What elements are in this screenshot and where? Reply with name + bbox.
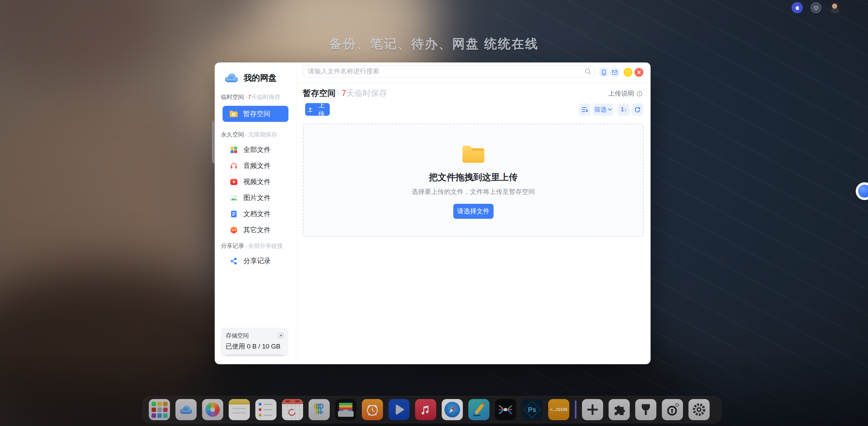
filter-button[interactable]: 筛选 xyxy=(593,103,613,116)
sidebar-item-all-files[interactable]: 全部文件 xyxy=(215,142,296,158)
storage-panel: 存储空间 已使用 0 B / 10 GB xyxy=(221,328,288,356)
dropzone-title: 把文件拖拽到这里上传 xyxy=(303,171,643,183)
dock-privacy-icon[interactable] xyxy=(662,399,683,420)
photoshop-label: Ps xyxy=(528,406,536,414)
assistant-icon xyxy=(858,185,868,198)
section-title: 临时空间 xyxy=(221,94,244,100)
sidebar-item-document-files[interactable]: 文档文件 xyxy=(215,206,296,222)
upload-instructions-link[interactable]: 上传说明 xyxy=(608,89,643,98)
dock-player-icon[interactable] xyxy=(388,399,410,420)
section-share-records: 分享记录·全部分享链接 xyxy=(221,242,296,250)
close-button[interactable] xyxy=(635,68,643,77)
home-button[interactable] xyxy=(792,2,803,13)
scan-button[interactable] xyxy=(624,68,632,77)
sort-list-button[interactable] xyxy=(579,103,590,116)
mindmap-icon xyxy=(497,401,514,418)
share-icon xyxy=(230,257,238,265)
play-icon xyxy=(230,178,238,186)
sidebar-item-label: 视频文件 xyxy=(243,177,271,186)
phone-icon xyxy=(601,69,607,75)
folder-clock-icon xyxy=(229,110,238,118)
app-logo: 我的网盘 xyxy=(224,70,296,86)
header-divider xyxy=(296,83,651,83)
refresh-button[interactable] xyxy=(631,103,643,116)
sidebar-item-share-records[interactable]: 分享记录 xyxy=(215,253,296,269)
dock-paintbrush-icon[interactable] xyxy=(635,399,656,420)
dock: Ps <..JSON xyxy=(143,396,722,423)
upload-dropzone[interactable]: 把文件拖拽到这里上传 选择要上传的文件，文件将上传至暂存空间 请选择文件 xyxy=(303,124,644,237)
choose-files-button[interactable]: 请选择文件 xyxy=(453,204,494,219)
dock-photoshop-icon[interactable]: Ps xyxy=(522,399,543,420)
sidebar-item-label: 全部文件 xyxy=(243,145,271,154)
dock-icloud-icon[interactable] xyxy=(175,399,197,420)
sidebar-item-label: 分享记录 xyxy=(243,256,271,266)
home-icon xyxy=(794,5,800,11)
sidebar-item-image-files[interactable]: 图片文件 xyxy=(215,190,296,206)
dock-notes-icon[interactable] xyxy=(229,399,250,420)
sidebar-item-label: 文档文件 xyxy=(243,209,271,218)
dock-reminders-icon[interactable] xyxy=(255,399,276,420)
gear-icon xyxy=(691,402,707,417)
cloud-icon xyxy=(179,404,194,415)
alarm-clock-icon xyxy=(365,402,380,417)
section-highlight: 7 xyxy=(248,94,251,100)
search-icon[interactable] xyxy=(584,68,591,75)
desktop: 备份、笔记、待办、网盘 统统在线 我的网盘 xyxy=(0,0,868,426)
photos-flower xyxy=(205,402,220,417)
user-avatar[interactable] xyxy=(829,2,841,13)
mail-icon xyxy=(612,69,618,75)
document-icon xyxy=(230,210,238,218)
refresh-icon xyxy=(634,106,641,113)
dock-passwords-icon[interactable] xyxy=(309,399,330,420)
netdisk-window: 我的网盘 临时空间·7天临时保存 暂存空间 永久空间·无限期保存 xyxy=(215,62,651,364)
content-area: 暂存空间·7天临时保存 上传说明 上传 xyxy=(296,62,651,364)
ellipsis-icon xyxy=(230,226,238,234)
message-button[interactable] xyxy=(610,68,619,77)
storage-usage: 已使用 0 B / 10 GB xyxy=(226,342,284,351)
dock-photos-icon[interactable] xyxy=(202,399,223,420)
heart-icon xyxy=(813,5,819,11)
mobile-app-button[interactable] xyxy=(599,68,608,77)
page-title-main: 暂存空间 xyxy=(303,88,336,98)
external-link-icon[interactable] xyxy=(278,333,284,339)
info-icon xyxy=(636,90,643,97)
dock-pencil-editor-icon[interactable] xyxy=(468,399,489,420)
page-title: 暂存空间·7天临时保存 xyxy=(303,88,387,99)
dock-plugin-icon[interactable] xyxy=(609,399,630,420)
dock-settings-icon[interactable] xyxy=(688,399,710,420)
app-title: 我的网盘 xyxy=(244,72,276,83)
sidebar-item-other-files[interactable]: 其它文件 xyxy=(215,222,296,238)
dock-safari-icon[interactable] xyxy=(442,399,463,420)
sidebar-item-label: 音频文件 xyxy=(243,161,271,170)
sidebar-item-audio-files[interactable]: 音频文件 xyxy=(215,158,296,174)
sidebar-item-staging-space[interactable]: 暂存空间 xyxy=(223,106,288,122)
dock-calendar-icon[interactable] xyxy=(282,399,303,420)
upload-icon xyxy=(307,106,313,113)
dock-json-editor-icon[interactable]: <..JSON xyxy=(548,399,569,420)
dropzone-subtitle: 选择要上传的文件，文件将上传至暂存空间 xyxy=(303,187,643,196)
upload-button[interactable]: 上传 xyxy=(305,103,330,116)
sidebar-item-video-files[interactable]: 视频文件 xyxy=(215,174,296,190)
sidebar-item-label: 暂存空间 xyxy=(243,109,270,118)
dock-wallet-icon[interactable] xyxy=(335,399,356,420)
keys-icon xyxy=(311,402,327,417)
sort-order-icon: 1↓ xyxy=(621,106,627,113)
dock-divider xyxy=(575,400,577,419)
dock-mindmap-icon[interactable] xyxy=(495,399,516,420)
dock-music-icon[interactable] xyxy=(415,399,436,420)
list-toolbar: 筛选 1↓ xyxy=(579,103,643,116)
upload-button-label: 上传 xyxy=(315,101,328,118)
favorites-button[interactable] xyxy=(810,2,822,13)
search-input[interactable] xyxy=(303,65,595,77)
storage-title: 存储空间 xyxy=(226,332,249,340)
dock-alarm-clock-icon[interactable] xyxy=(362,399,383,420)
scan-icon xyxy=(625,70,631,75)
dock-launchpad-icon[interactable] xyxy=(149,399,170,420)
pencil-icon xyxy=(470,401,487,418)
dock-add-icon[interactable] xyxy=(582,399,603,420)
close-icon xyxy=(637,70,641,75)
sort-order-button[interactable]: 1↓ xyxy=(618,103,630,116)
search-bar xyxy=(303,65,595,77)
section-title: 永久空间 xyxy=(221,131,244,138)
section-permanent-space: 永久空间·无限期保存 xyxy=(221,131,296,139)
